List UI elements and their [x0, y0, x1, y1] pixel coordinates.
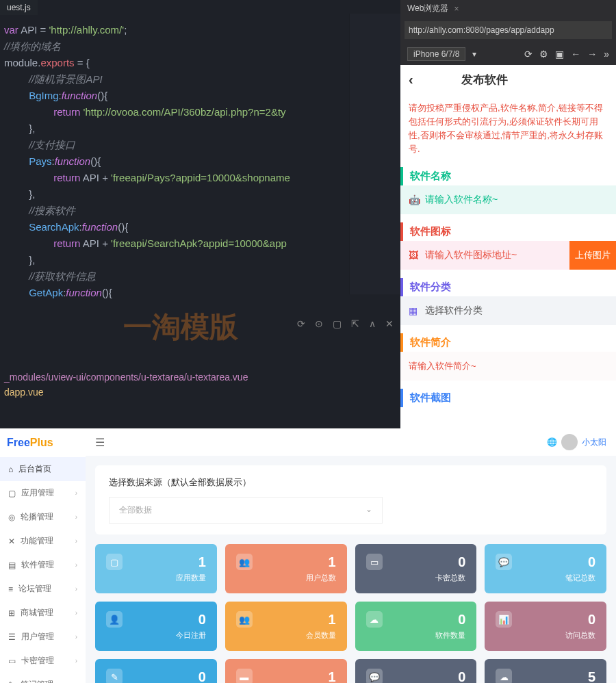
- menu-icon: ▤: [8, 560, 16, 570]
- gear-icon[interactable]: ⚙: [539, 49, 548, 60]
- data-source-select[interactable]: 全部数据⌄: [109, 497, 383, 524]
- toolbar-icon[interactable]: ▢: [333, 318, 342, 329]
- card-icon: 👥: [236, 554, 253, 570]
- sidebar-item[interactable]: ◎轮播管理›: [0, 505, 86, 529]
- close-icon[interactable]: ×: [454, 4, 459, 14]
- name-input-row[interactable]: 🤖请输入软件名称~: [400, 185, 616, 214]
- sidebar-item[interactable]: ⌂后台首页: [0, 457, 86, 481]
- stat-card[interactable]: ▭0卡密总数: [355, 544, 477, 593]
- editor-tab[interactable]: uest.js: [0, 0, 38, 15]
- sidebar-item[interactable]: ▤软件管理›: [0, 553, 86, 577]
- card-icon: 💬: [366, 669, 383, 683]
- browser-panel: Web浏览器 × iPhone 6/7/8 ▾ ⟳ ⚙ ▣ ← → » ‹ 发布…: [400, 0, 616, 428]
- username[interactable]: 小太阳: [582, 437, 606, 448]
- category-select[interactable]: ▦选择软件分类: [400, 296, 616, 325]
- card-icon: ▭: [366, 554, 383, 570]
- card-number: 0: [198, 612, 206, 628]
- sidebar-item[interactable]: ▭卡密管理›: [0, 649, 86, 673]
- card-icon: ▢: [106, 554, 123, 570]
- admin-dashboard: FreePlus ⌂后台首页▢应用管理›◎轮播管理›✕功能管理›▤软件管理›≡论…: [0, 428, 616, 683]
- sidebar-item[interactable]: ⊞商城管理›: [0, 601, 86, 625]
- stat-card[interactable]: ☁0软件数量: [355, 602, 477, 651]
- menu-icon: ▢: [8, 489, 16, 498]
- topbar: ☰ 🌐 小太阳: [86, 428, 616, 456]
- menu-icon: ≡: [8, 584, 13, 594]
- code-area[interactable]: var API = 'http://ahlly.com/'; //填你的域名 m…: [0, 15, 400, 301]
- stat-card[interactable]: 👥1会员数量: [225, 602, 347, 651]
- android-icon: 🤖: [409, 194, 420, 205]
- page-title: 发布软件: [461, 72, 508, 88]
- avatar[interactable]: [561, 434, 578, 450]
- rotate-icon[interactable]: ⟳: [524, 49, 532, 60]
- image-icon: 🖼: [409, 250, 420, 261]
- card-icon: ☁: [366, 611, 383, 628]
- card-number: 0: [588, 612, 595, 628]
- upload-button[interactable]: 上传图片: [569, 241, 616, 270]
- sidebar-item[interactable]: ≡论坛管理›: [0, 577, 86, 601]
- editor-toolbar: ⟳⊙▢⇱∧✕: [297, 318, 394, 329]
- stat-card[interactable]: 👤0今日注册: [95, 602, 217, 651]
- card-label: 笔记总数: [496, 573, 595, 583]
- menu-icon: ▭: [8, 656, 16, 666]
- card-icon: ✎: [106, 669, 123, 683]
- code-editor[interactable]: uest.js var API = 'http://ahlly.com/'; /…: [0, 0, 400, 428]
- toolbar-icon[interactable]: ⇱: [351, 318, 359, 329]
- card-number: 0: [458, 612, 465, 628]
- terminal-line: _modules/uview-ui/components/u-textarea/…: [4, 370, 396, 385]
- desc-input[interactable]: 请输入软件简介~: [400, 352, 616, 381]
- chevron-down-icon[interactable]: ▾: [472, 49, 476, 59]
- section-cat-header: 软件分类: [400, 278, 616, 296]
- toolbar-icon[interactable]: ✕: [385, 318, 394, 329]
- filter-panel: 选择数据来源（默认全部数据展示） 全部数据⌄: [95, 465, 606, 534]
- toolbar-icon[interactable]: ⟳: [297, 318, 305, 329]
- card-label: 访问总数: [496, 630, 595, 641]
- card-icon: 💬: [496, 554, 512, 570]
- screenshot-icon[interactable]: ▣: [555, 49, 564, 60]
- card-number: 0: [198, 669, 206, 684]
- card-number: 1: [328, 612, 335, 628]
- card-label: 软件数量: [366, 630, 466, 641]
- stat-card[interactable]: 💬0帖子数量: [355, 659, 477, 683]
- back-icon[interactable]: ←: [571, 49, 580, 60]
- icon-input-row[interactable]: 🖼请输入软件图标地址~上传图片: [400, 241, 616, 270]
- toolbar-icon[interactable]: ⊙: [315, 318, 323, 329]
- phone-preview: ‹ 发布软件 请勿投稿严重侵权产品,软件名称,简介,链接等不得包括任何形式的引流…: [400, 65, 616, 428]
- stat-card[interactable]: 💬0笔记总数: [485, 544, 606, 593]
- browser-tab[interactable]: Web浏览器 ×: [400, 0, 616, 17]
- stat-card[interactable]: 📊0访问总数: [485, 602, 606, 651]
- section-shot-header: 软件截图: [400, 389, 616, 407]
- stat-card[interactable]: 👥1用户总数: [225, 544, 347, 593]
- stat-card[interactable]: ▬1板块数量: [225, 659, 347, 683]
- minimap[interactable]: [349, 14, 400, 294]
- card-label: 今日注册: [106, 630, 206, 641]
- card-icon: ☁: [496, 669, 512, 683]
- stat-card[interactable]: ▢1应用数量: [95, 544, 217, 593]
- sidebar-item[interactable]: ✕功能管理›: [0, 529, 86, 553]
- card-number: 5: [588, 669, 595, 684]
- section-icon-header: 软件图标: [400, 222, 616, 241]
- card-number: 0: [588, 554, 595, 570]
- hamburger-icon[interactable]: ☰: [95, 436, 105, 449]
- sidebar-item[interactable]: ☰用户管理›: [0, 625, 86, 649]
- watermark: 一淘模版: [123, 308, 238, 346]
- stat-card[interactable]: ☁5附件数量: [485, 659, 606, 683]
- back-button[interactable]: ‹: [409, 72, 413, 88]
- section-name-header: 软件名称: [400, 167, 616, 185]
- card-label: 卡密总数: [366, 573, 466, 583]
- logo[interactable]: FreePlus: [0, 428, 86, 457]
- sidebar-item[interactable]: ✎笔记管理: [0, 673, 86, 683]
- chevron-right-icon: ›: [75, 561, 77, 569]
- device-select[interactable]: iPhone 6/7/8: [407, 47, 465, 61]
- more-icon[interactable]: »: [604, 49, 609, 60]
- stat-card[interactable]: ✎0今日签到人数: [95, 659, 217, 683]
- sidebar-item[interactable]: ▢应用管理›: [0, 481, 86, 505]
- stats-grid: ▢1应用数量👥1用户总数▭0卡密总数💬0笔记总数👤0今日注册👥1会员数量☁0软件…: [86, 544, 616, 683]
- url-input[interactable]: [405, 21, 612, 39]
- chevron-right-icon: ›: [75, 537, 77, 545]
- toolbar-icon[interactable]: ∧: [369, 318, 376, 329]
- globe-icon[interactable]: 🌐: [547, 437, 557, 447]
- card-number: 1: [328, 554, 335, 570]
- card-icon: ▬: [236, 669, 253, 683]
- forward-icon[interactable]: →: [587, 49, 597, 60]
- menu-icon: ◎: [8, 513, 15, 522]
